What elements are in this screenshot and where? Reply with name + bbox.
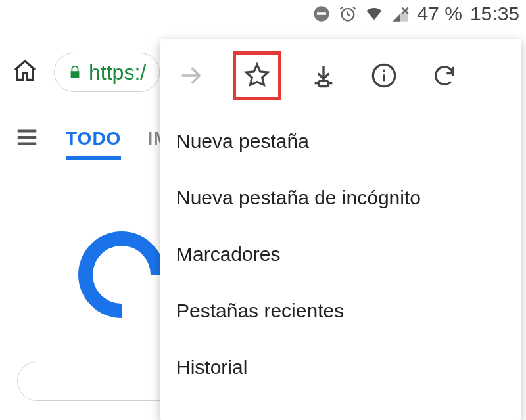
reload-button[interactable] [426, 57, 463, 94]
wifi-icon [365, 5, 383, 23]
overflow-menu: Nueva pestaña Nueva pestaña de incógnito… [160, 39, 521, 420]
browser-nav-bar: https:/ [12, 53, 160, 92]
menu-item-bookmarks[interactable]: Marcadores [160, 226, 521, 283]
battery-percent: 47 % [418, 3, 462, 25]
home-button[interactable] [12, 58, 38, 87]
clock: 15:35 [470, 3, 519, 25]
url-text: https:/ [89, 60, 146, 85]
dnd-icon [312, 5, 331, 23]
menu-item-new-tab[interactable]: Nueva pestaña [160, 113, 521, 170]
info-button[interactable] [366, 57, 402, 94]
hamburger-button[interactable] [14, 125, 39, 152]
svg-rect-1 [317, 12, 326, 15]
url-bar[interactable]: https:/ [54, 53, 160, 92]
bookmark-button[interactable] [233, 51, 281, 100]
info-icon [371, 62, 397, 89]
tab-strip: TODO IM [14, 125, 170, 152]
overflow-menu-icon-row [160, 39, 521, 113]
hamburger-icon [14, 125, 39, 150]
svg-rect-3 [319, 81, 327, 86]
status-bar: 47 % 15:35 [312, 0, 526, 28]
reload-icon [431, 62, 458, 89]
forward-icon [178, 62, 204, 89]
download-button[interactable] [305, 57, 342, 94]
download-icon [310, 62, 337, 89]
svg-point-6 [383, 70, 385, 72]
cell-signal-icon [391, 5, 410, 23]
home-icon [12, 58, 38, 84]
forward-button[interactable] [172, 57, 209, 94]
menu-item-incognito-tab[interactable]: Nueva pestaña de incógnito [160, 170, 521, 226]
tab-todo[interactable]: TODO [66, 128, 121, 149]
menu-item-recent-tabs[interactable]: Pestañas recientes [160, 283, 521, 339]
alarm-icon [339, 5, 357, 23]
lock-icon [68, 64, 82, 81]
star-icon [244, 62, 270, 89]
menu-item-history[interactable]: Historial [160, 339, 521, 396]
